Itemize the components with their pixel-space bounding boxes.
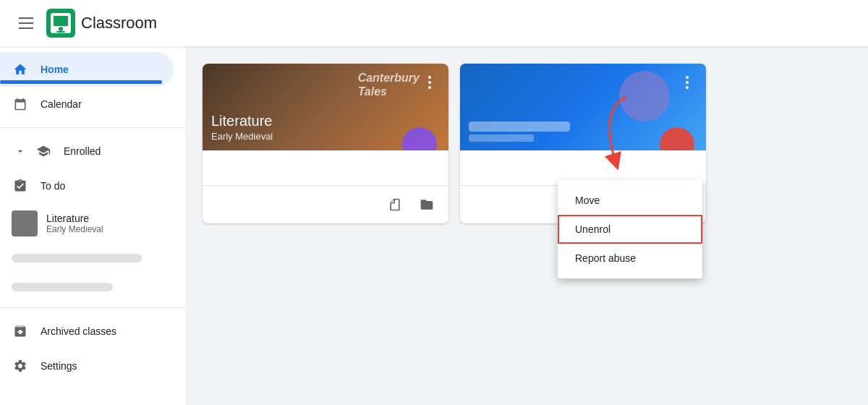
literature-class-card[interactable]: CanterburyTales Literature Early Medieva… (203, 64, 448, 223)
card-body (203, 150, 448, 179)
course-info: Literature Early Medieval (46, 213, 162, 234)
sidebar-item-settings[interactable]: Settings (0, 349, 174, 383)
assignments-icon-button[interactable] (382, 192, 408, 218)
sidebar-item-archived[interactable]: Archived classes (0, 314, 174, 349)
main-layout: Home Calendar Enrolle (0, 46, 868, 405)
svg-rect-4 (56, 31, 65, 33)
card-footer (203, 185, 448, 223)
blurred-bar-2 (12, 283, 113, 291)
svg-point-3 (59, 27, 63, 31)
sidebar-home-label: Home (41, 64, 69, 75)
blurred-section-bar (469, 135, 534, 142)
app-title: Classroom (81, 14, 157, 33)
sidebar-calendar-label: Calendar (41, 98, 82, 110)
blurred-bar-1 (12, 254, 142, 263)
main-content: CanterburyTales Literature Early Medieva… (185, 46, 868, 405)
folder-icon-button[interactable] (414, 192, 440, 218)
sidebar-divider-1 (0, 127, 185, 128)
sidebar-item-home[interactable]: Home (0, 52, 174, 87)
sidebar-todo-label: To do (41, 180, 65, 192)
menu-item-move[interactable]: Move (558, 186, 702, 215)
blurred-text-container (469, 122, 570, 142)
sidebar: Home Calendar Enrolle (0, 46, 185, 405)
card2-body (460, 150, 706, 179)
context-menu: Move Unenrol Report abuse (558, 180, 702, 278)
chevron-down-icon (12, 142, 29, 160)
sidebar-item-todo[interactable]: To do (0, 169, 174, 203)
sidebar-item-calendar[interactable]: Calendar (0, 87, 174, 122)
enrolled-icon (35, 142, 52, 160)
archive-icon (12, 323, 29, 340)
card-menu-button[interactable] (417, 69, 443, 95)
card-header-second (460, 64, 706, 150)
course-section: Early Medieval (46, 224, 162, 234)
app-header: Classroom (0, 0, 868, 46)
sidebar-enrolled-label: Enrolled (64, 145, 101, 157)
sidebar-archived-label: Archived classes (41, 325, 116, 337)
classroom-logo (46, 9, 75, 38)
svg-rect-2 (54, 16, 68, 26)
sidebar-enrolled-section[interactable]: Enrolled (0, 134, 185, 169)
settings-icon (12, 357, 29, 375)
menu-item-unenrol[interactable]: Unenrol (558, 215, 702, 244)
course-name: Literature (46, 213, 162, 224)
card-header-literature: CanterburyTales Literature Early Medieva… (203, 64, 448, 150)
hamburger-menu-button[interactable] (12, 9, 41, 38)
menu-item-report[interactable]: Report abuse (558, 244, 702, 273)
cards-grid: CanterburyTales Literature Early Medieva… (203, 64, 851, 223)
three-dots-icon-2 (686, 76, 689, 89)
sidebar-divider-2 (0, 307, 185, 308)
card2-menu-button[interactable] (674, 69, 700, 95)
hamburger-icon (19, 17, 33, 29)
sidebar-blurred-item-1 (0, 244, 174, 273)
sidebar-blurred-item-2 (0, 273, 174, 302)
todo-icon (12, 177, 29, 195)
blurred-name-bar (469, 122, 570, 132)
three-dots-icon (428, 76, 431, 89)
card-decoration-circle (619, 71, 670, 122)
home-icon (12, 61, 29, 78)
sidebar-course-literature[interactable]: Literature Early Medieval (0, 203, 174, 244)
sidebar-settings-label: Settings (41, 360, 77, 372)
calendar-icon (12, 95, 29, 113)
card-class-name: Literature (211, 113, 440, 129)
course-thumbnail (12, 210, 38, 236)
